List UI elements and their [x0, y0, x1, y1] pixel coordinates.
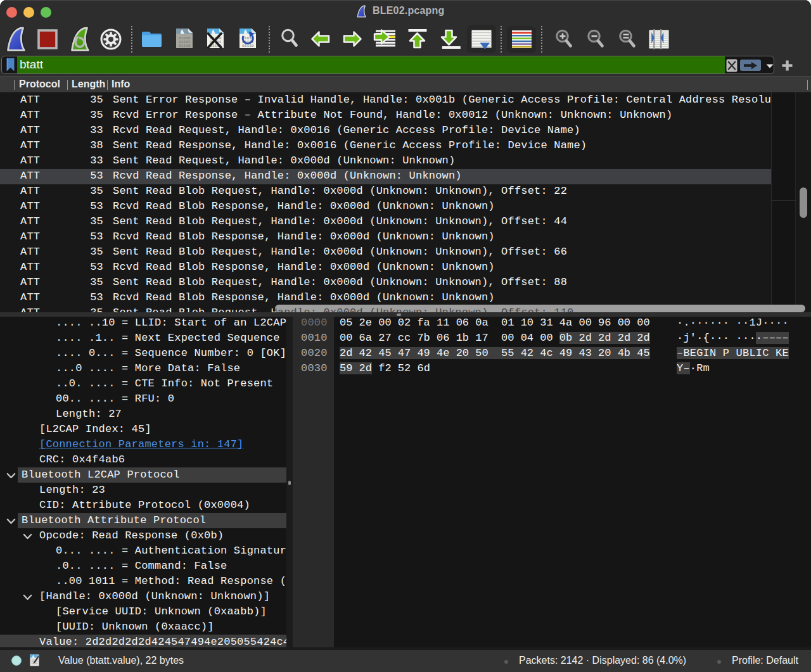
svg-text:01110: 01110 [179, 44, 191, 48]
